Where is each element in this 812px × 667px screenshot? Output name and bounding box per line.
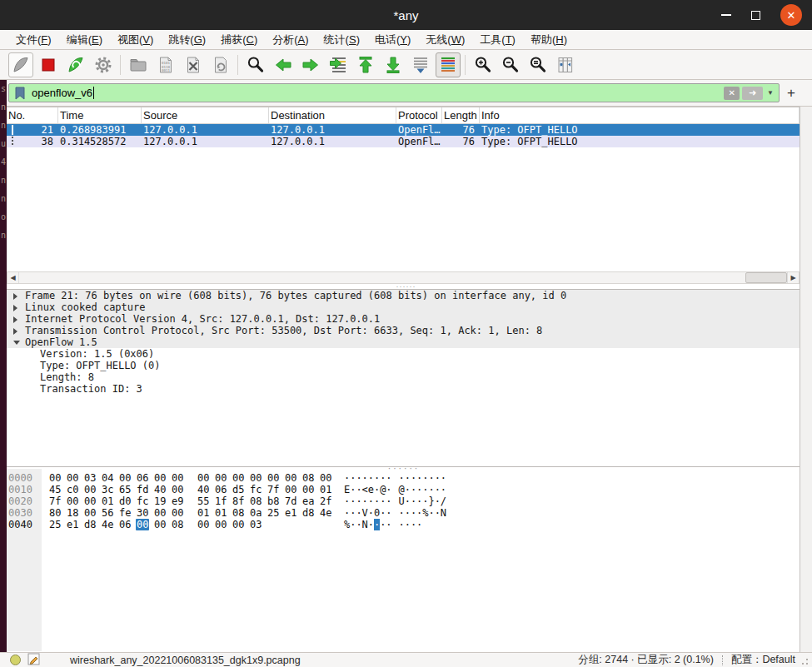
ascii-char[interactable]: @ <box>380 484 386 495</box>
ascii-char[interactable]: E <box>344 484 350 495</box>
detail-row[interactable]: Linux cooked capture <box>7 301 800 313</box>
ascii-char[interactable]: · <box>435 507 441 519</box>
detail-row[interactable]: OpenFlow 1.5 <box>7 336 800 348</box>
hex-byte[interactable]: 06 <box>136 472 153 484</box>
hex-byte[interactable]: 65 <box>118 484 136 495</box>
ascii-char[interactable]: · <box>416 484 422 495</box>
cell-info[interactable]: Type: OFPT_HELLO <box>480 124 800 136</box>
hex-byte[interactable]: 19 <box>153 495 171 507</box>
ascii-char[interactable]: · <box>399 472 405 484</box>
hex-byte[interactable]: 4e <box>319 507 336 519</box>
menu-item-f[interactable]: 文件(F) <box>8 31 59 49</box>
menu-item-h[interactable]: 帮助(H) <box>523 31 575 49</box>
capture-start-button[interactable] <box>8 52 33 77</box>
ascii-char[interactable]: · <box>344 472 350 484</box>
ascii-char[interactable]: V <box>362 507 368 519</box>
file-save-button[interactable]: 010101100011 <box>153 52 178 77</box>
column-header-length[interactable]: Length <box>442 107 480 123</box>
expand-arrow-icon[interactable] <box>13 328 17 335</box>
ascii-char[interactable]: · <box>368 507 374 519</box>
ascii-char[interactable]: · <box>399 507 405 519</box>
ascii-char[interactable]: · <box>416 472 422 484</box>
splitter-grip-2[interactable]: ······ <box>7 467 800 471</box>
column-header-no[interactable]: No. <box>7 107 58 123</box>
hex-byte[interactable]: 8f <box>232 495 249 507</box>
hex-byte[interactable]: fc <box>136 495 153 507</box>
hex-byte[interactable]: c0 <box>66 484 83 495</box>
ascii-char[interactable]: · <box>416 495 422 507</box>
hex-byte[interactable]: b8 <box>267 495 284 507</box>
previous-packet-button[interactable] <box>271 52 296 77</box>
capture-comment-icon[interactable] <box>27 653 40 667</box>
hex-byte[interactable]: 30 <box>136 507 153 519</box>
hex-byte[interactable]: 00 <box>48 472 66 484</box>
hex-byte[interactable]: 01 <box>214 507 232 519</box>
ascii-char[interactable]: · <box>350 484 356 495</box>
ascii-char[interactable]: · <box>405 495 411 507</box>
filter-text[interactable]: openflow_v6 <box>32 87 92 99</box>
ascii-char[interactable]: · <box>374 484 380 495</box>
filter-bookmark-icon[interactable] <box>12 86 27 100</box>
cell-no[interactable]: 21 <box>7 124 58 136</box>
expand-arrow-icon[interactable] <box>13 305 17 311</box>
ascii-char[interactable]: · <box>356 519 361 530</box>
cell-src[interactable]: 127.0.0.1 <box>142 124 269 136</box>
hex-byte[interactable]: 00 <box>214 519 232 530</box>
hex-byte[interactable]: 40 <box>153 484 171 495</box>
hex-byte[interactable]: 25 <box>48 519 66 530</box>
ascii-char[interactable]: N <box>441 507 446 519</box>
zoom-original-button[interactable] <box>526 52 550 77</box>
hex-byte[interactable]: 08 <box>232 507 249 519</box>
auto-scroll-button[interactable] <box>408 52 433 77</box>
hex-byte[interactable]: 00 <box>232 472 249 484</box>
vertical-scrollbar[interactable] <box>800 107 812 652</box>
scroll-left-icon[interactable]: ◀ <box>7 272 19 283</box>
ascii-char[interactable]: · <box>350 472 356 484</box>
hex-byte[interactable]: 25 <box>267 507 284 519</box>
scrollbar-thumb[interactable] <box>745 272 787 283</box>
ascii-char[interactable]: · <box>386 519 391 530</box>
hex-byte[interactable]: 06 <box>118 519 136 530</box>
ascii-char[interactable]: < <box>362 484 368 495</box>
hex-byte[interactable]: 00 <box>83 507 101 519</box>
hex-byte[interactable]: 80 <box>48 507 66 519</box>
hex-byte[interactable]: d0 <box>118 495 136 507</box>
cell-no[interactable]: 38 <box>7 136 58 147</box>
ascii-char[interactable]: · <box>380 507 386 519</box>
hex-byte[interactable]: 00 <box>214 472 232 484</box>
ascii-char[interactable]: · <box>411 519 416 530</box>
expert-info-icon[interactable] <box>10 655 21 665</box>
ascii-char[interactable]: · <box>356 507 361 519</box>
hex-byte[interactable]: 00 <box>171 484 188 495</box>
ascii-char[interactable]: · <box>362 472 368 484</box>
expand-arrow-icon[interactable] <box>13 316 17 323</box>
hex-byte[interactable]: 08 <box>301 472 319 484</box>
hex-byte[interactable]: 01 <box>197 507 214 519</box>
ascii-char[interactable]: · <box>374 472 380 484</box>
hex-byte[interactable]: fe <box>118 507 136 519</box>
ascii-char[interactable]: · <box>380 472 386 484</box>
ascii-char[interactable]: · <box>362 495 368 507</box>
ascii-char[interactable]: · <box>350 519 356 530</box>
filter-clear-icon[interactable]: ✕ <box>724 87 740 100</box>
ascii-char[interactable]: @ <box>399 484 405 495</box>
hex-byte[interactable]: 06 <box>214 484 232 495</box>
ascii-char[interactable]: / <box>441 495 446 507</box>
cell-time[interactable]: 0.268983991 <box>58 124 142 136</box>
reload-button[interactable] <box>208 52 233 77</box>
profile-label[interactable]: 配置：Default <box>731 653 795 667</box>
hex-byte[interactable]: 00 <box>153 472 171 484</box>
hex-byte[interactable]: 00 <box>249 472 267 484</box>
detail-row[interactable]: Transaction ID: 3 <box>7 383 800 395</box>
ascii-char[interactable]: · <box>435 472 441 484</box>
colorize-button[interactable] <box>436 52 461 77</box>
menu-item-w[interactable]: 无线(W) <box>418 31 472 49</box>
detail-row[interactable]: Internet Protocol Version 4, Src: 127.0.… <box>7 313 800 325</box>
hex-byte[interactable]: 40 <box>197 484 214 495</box>
hex-byte[interactable]: 00 <box>171 507 188 519</box>
hex-byte[interactable]: 56 <box>101 507 118 519</box>
collapse-arrow-icon[interactable] <box>13 341 20 345</box>
capture-options-button[interactable] <box>91 52 116 77</box>
ascii-char[interactable]: · <box>441 484 446 495</box>
packet-row-21[interactable]: 210.268983991127.0.0.1127.0.0.1OpenFl…76… <box>7 124 800 136</box>
